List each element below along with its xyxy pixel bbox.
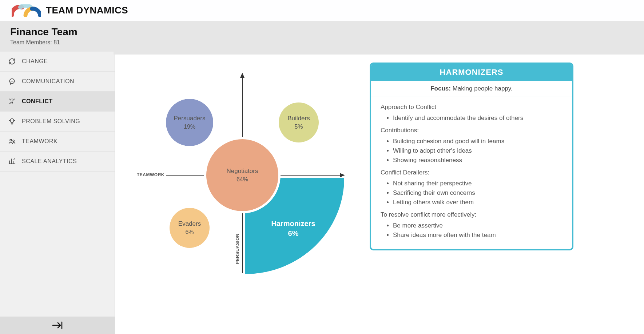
team-members-label: Team Members: xyxy=(10,39,52,45)
svg-point-5 xyxy=(13,140,14,141)
bubble-evaders[interactable]: Evaders 6% xyxy=(170,208,210,248)
team-members-count: 81 xyxy=(53,39,60,45)
svg-point-3 xyxy=(13,81,13,81)
sidebar-collapse-button[interactable] xyxy=(0,317,115,334)
section-list: Be more assertive Share ideas more often… xyxy=(381,222,562,239)
panel-focus-text: Making people happy. xyxy=(453,85,513,92)
panel-focus-label: Focus: xyxy=(430,85,451,92)
svg-point-1 xyxy=(11,81,11,81)
sidebar-item-label: TEAMWORK xyxy=(22,138,57,145)
sidebar-item-scale-analytics[interactable]: SCALE ANALYTICS xyxy=(0,152,115,172)
panel-title: HARMONIZERS xyxy=(371,64,572,81)
sidebar-item-label: CHANGE xyxy=(22,58,48,65)
section-title: Contributions: xyxy=(381,127,562,134)
team-name: Finance Team xyxy=(10,26,634,38)
conflict-quadrant-chart: Negotiators 64% Persuaders 19% Builders … xyxy=(126,63,359,281)
bubble-builders[interactable]: Builders 5% xyxy=(279,102,319,142)
sidebar-item-teamwork[interactable]: TEAMWORK xyxy=(0,132,115,152)
sidebar-item-conflict[interactable]: CONFLICT xyxy=(0,92,115,112)
bubble-label: Builders xyxy=(287,114,310,122)
detail-panel: HARMONIZERS Focus: Making people happy. … xyxy=(370,63,573,250)
section-title: Conflict Derailers: xyxy=(381,169,562,176)
list-item: Sacrificing their own concerns xyxy=(393,189,562,197)
section-list: Identify and accommodate the desires of … xyxy=(381,114,562,122)
list-item: Share ideas more often with the team xyxy=(393,232,562,239)
bubble-label: Persuaders xyxy=(174,114,206,122)
sidebar-item-label: SCALE ANALYTICS xyxy=(22,158,77,165)
list-item: Showing reasonableness xyxy=(393,157,562,164)
sidebar-item-communication[interactable]: COMMUNICATION xyxy=(0,72,115,92)
list-item: Letting others walk over them xyxy=(393,199,562,206)
lightbulb-icon xyxy=(8,117,16,125)
brand-bar: TEAM DYNAMICS xyxy=(0,0,644,21)
bubble-pct: 5% xyxy=(294,123,303,131)
sidebar-item-problem-solving[interactable]: PROBLEM SOLVING xyxy=(0,112,115,132)
spark-icon xyxy=(8,97,16,105)
list-item: Identify and accommodate the desires of … xyxy=(393,114,562,122)
list-item: Building cohesion and good will in teams xyxy=(393,138,562,145)
chat-icon xyxy=(8,77,16,85)
bubble-persuaders[interactable]: Persuaders 19% xyxy=(166,99,213,146)
section-title: To resolve conflict more effectively: xyxy=(381,211,562,218)
bubble-pct: 6% xyxy=(185,229,194,236)
panel-focus: Focus: Making people happy. xyxy=(371,81,572,97)
section-title: Approach to Conflict xyxy=(381,104,562,111)
sidebar-item-label: COMMUNICATION xyxy=(22,78,74,85)
refresh-icon xyxy=(8,57,16,65)
list-item: Be more assertive xyxy=(393,222,562,229)
bubble-pct: 19% xyxy=(184,123,195,131)
section-list: Building cohesion and good will in teams… xyxy=(381,138,562,164)
bubble-label: Negotiators xyxy=(227,167,258,175)
axis-label-x: TEAMWORK xyxy=(137,172,164,177)
brand-logo-icon xyxy=(12,4,41,17)
sidebar: CHANGE COMMUNICATION CONFLICT PROBLEM SO… xyxy=(0,52,115,334)
barchart-icon xyxy=(8,157,16,165)
people-icon xyxy=(8,137,16,145)
list-item: Willing to adopt other's ideas xyxy=(393,147,562,154)
arrow-collapse-icon xyxy=(51,319,64,333)
list-item: Not sharing their perspective xyxy=(393,180,562,187)
sidebar-item-label: CONFLICT xyxy=(22,98,53,105)
axis-label-y: PERSUASION xyxy=(235,234,240,264)
bubble-label: Evaders xyxy=(178,220,201,228)
bubble-pct: 64% xyxy=(236,176,248,184)
sidebar-item-change[interactable]: CHANGE xyxy=(0,52,115,72)
team-header: Finance Team Team Members: 81 xyxy=(0,21,644,52)
bubble-negotiators[interactable]: Negotiators 64% xyxy=(204,137,281,213)
team-members: Team Members: 81 xyxy=(10,39,634,46)
svg-point-2 xyxy=(12,81,12,81)
content: Negotiators 64% Persuaders 19% Builders … xyxy=(115,52,644,334)
sidebar-item-label: PROBLEM SOLVING xyxy=(22,118,80,125)
panel-body: Approach to Conflict Identify and accomm… xyxy=(371,97,572,249)
brand-title: TEAM DYNAMICS xyxy=(46,5,128,16)
section-list: Not sharing their perspective Sacrificin… xyxy=(381,180,562,206)
svg-point-4 xyxy=(10,139,12,141)
